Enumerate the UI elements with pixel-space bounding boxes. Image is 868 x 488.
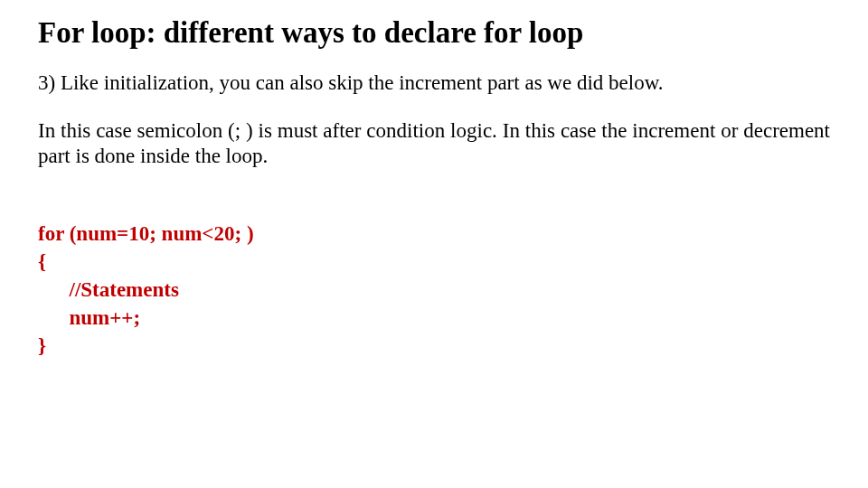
code-line-2: { xyxy=(38,250,46,273)
code-line-4: num++; xyxy=(38,306,140,329)
code-block: for (num=10; num<20; ) { //Statements nu… xyxy=(38,192,830,388)
code-line-1: for (num=10; num<20; ) xyxy=(38,222,254,245)
code-line-3: //Statements xyxy=(38,278,179,301)
paragraph-2: In this case semicolon (; ) is must afte… xyxy=(38,118,830,171)
slide-title: For loop: different ways to declare for … xyxy=(38,16,830,51)
code-line-5: } xyxy=(38,334,46,357)
slide: For loop: different ways to declare for … xyxy=(0,0,868,488)
paragraph-1: 3) Like initialization, you can also ski… xyxy=(38,70,830,97)
